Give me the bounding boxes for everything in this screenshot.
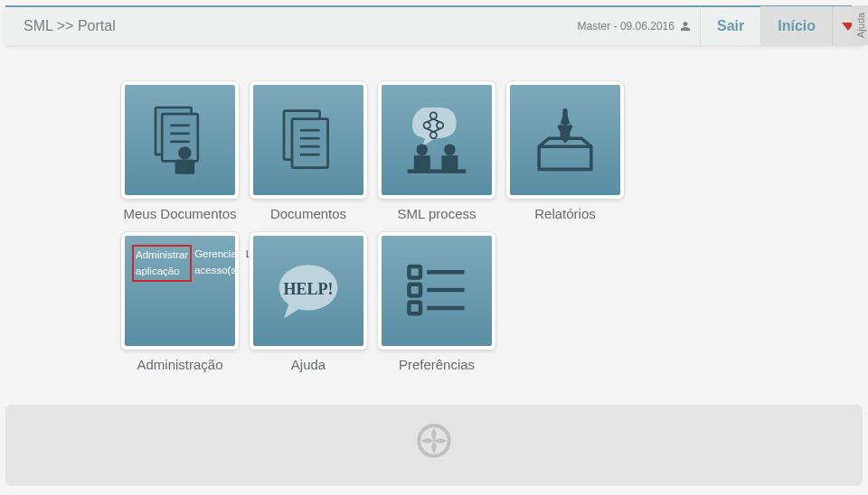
tile-label: Meus Documentos [123, 206, 236, 221]
topbar: SML >> Portal Master - 09.06.2016 Sair I… [5, 5, 863, 45]
reports-icon [524, 99, 606, 181]
my-documents-icon [139, 99, 221, 181]
tile-administracao[interactable]: Administrar aplicação Gerenciar acesso(s… [121, 232, 239, 350]
help-side-tab[interactable]: Ajuda [852, 5, 868, 45]
breadcrumb: SML >> Portal [24, 18, 578, 34]
tile-label: Documentos [270, 206, 346, 221]
svg-rect-22 [414, 155, 430, 170]
footer [5, 405, 863, 486]
tile-grid: Meus Documentos Documentos [0, 45, 687, 372]
footer-logo-icon [414, 421, 454, 461]
home-button[interactable]: Início [760, 6, 832, 46]
tile-relatorios[interactable] [506, 81, 624, 199]
process-icon [396, 99, 477, 181]
tile-label: Ajuda [291, 357, 326, 372]
help-icon: HELP! [268, 250, 349, 332]
tile-label: Relatórios [534, 206, 596, 221]
svg-rect-8 [292, 119, 328, 168]
tile-preferencias[interactable] [378, 232, 495, 350]
svg-point-23 [444, 145, 456, 156]
tile-sml-process[interactable] [378, 81, 495, 199]
logout-button[interactable]: Sair [700, 6, 760, 46]
svg-rect-30 [409, 285, 420, 296]
user-icon [680, 21, 691, 32]
tile-label: Administração [137, 357, 222, 372]
user-text: Master - 09.06.2016 [578, 20, 675, 33]
svg-rect-28 [409, 266, 420, 278]
svg-point-21 [417, 145, 429, 156]
svg-rect-6 [175, 160, 195, 174]
user-info: Master - 09.06.2016 [578, 20, 700, 33]
svg-rect-32 [409, 303, 420, 314]
svg-text:HELP!: HELP! [283, 280, 333, 298]
svg-point-5 [178, 146, 191, 159]
tile-documentos[interactable] [250, 81, 367, 199]
svg-rect-24 [441, 155, 458, 170]
tile-meus-documentos[interactable] [121, 81, 239, 199]
admin-link-acessos[interactable]: Gerenciar acesso(s) [192, 245, 243, 280]
tile-label: SML process [398, 206, 476, 221]
tile-label: Preferências [399, 357, 475, 372]
documents-icon [268, 99, 349, 181]
svg-rect-25 [408, 169, 467, 173]
admin-link-aplicacao[interactable]: Administrar aplicação [132, 245, 192, 282]
preferences-icon [396, 250, 477, 332]
tile-ajuda[interactable]: HELP! [250, 232, 367, 350]
